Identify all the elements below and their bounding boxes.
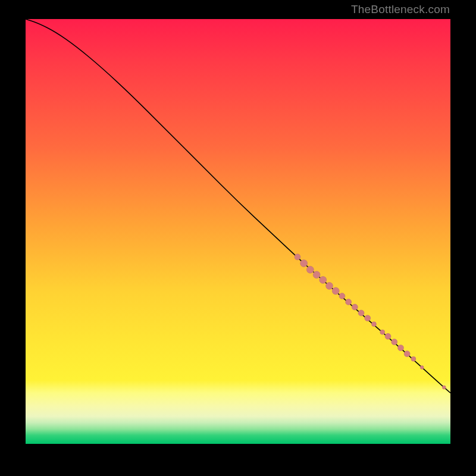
data-point bbox=[295, 254, 300, 260]
data-point bbox=[397, 345, 403, 351]
data-point bbox=[365, 315, 371, 321]
data-point bbox=[300, 260, 308, 267]
data-point bbox=[326, 282, 333, 289]
chart-overlay bbox=[26, 19, 450, 444]
data-point bbox=[420, 365, 424, 369]
data-point bbox=[320, 276, 327, 283]
data-point bbox=[306, 266, 314, 273]
data-point bbox=[339, 293, 345, 299]
data-point bbox=[442, 386, 446, 389]
data-point bbox=[392, 339, 397, 345]
data-point bbox=[385, 333, 391, 339]
data-point bbox=[404, 351, 410, 357]
data-point bbox=[332, 287, 339, 295]
watermark-text: TheBottleneck.com bbox=[351, 3, 450, 16]
data-point bbox=[380, 330, 385, 334]
data-point bbox=[371, 322, 376, 327]
chart-stage: TheBottleneck.com bbox=[0, 0, 476, 476]
data-point bbox=[346, 299, 352, 305]
data-point bbox=[411, 356, 416, 361]
data-point bbox=[313, 271, 320, 278]
data-point bbox=[352, 304, 358, 310]
data-point bbox=[358, 310, 364, 316]
